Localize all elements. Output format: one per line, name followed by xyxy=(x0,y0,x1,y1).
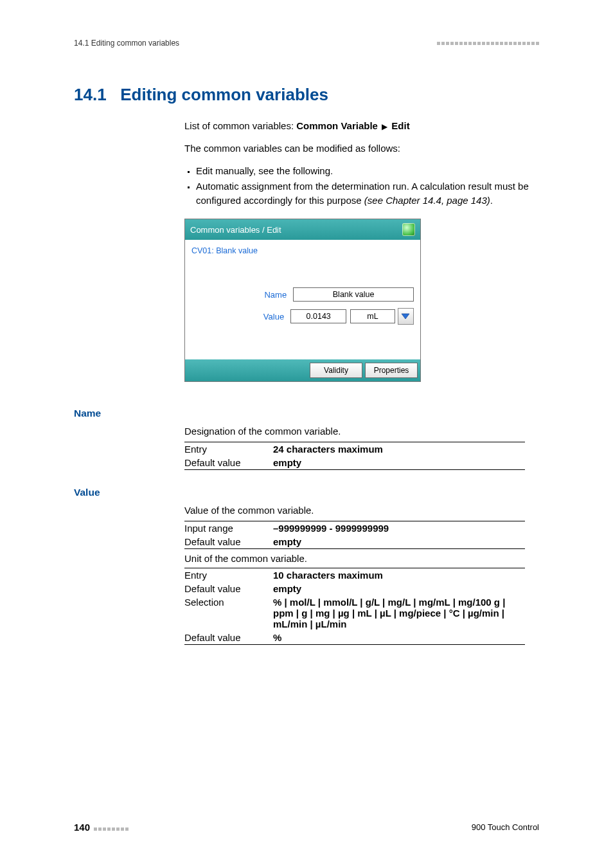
dialog-title: Common variables / Edit xyxy=(190,225,281,235)
unit-field[interactable]: mL xyxy=(350,309,395,323)
section-title: 14.1 Editing common variables xyxy=(74,85,539,105)
def-table-name: Entry24 characters maximum Default value… xyxy=(184,442,525,470)
def-mid: Unit of the common variable. xyxy=(184,549,525,568)
intro-line: The common variables can be modified as … xyxy=(184,141,539,155)
def-desc: Value of the common variable. xyxy=(184,505,539,516)
intro-bullets: Edit manually, see the following. Automa… xyxy=(184,164,539,207)
name-label: Name xyxy=(191,290,293,300)
name-field[interactable]: Blank value xyxy=(293,287,414,302)
page-number-block: 140 xyxy=(74,822,129,833)
value-label: Value xyxy=(191,312,290,321)
chevron-down-icon xyxy=(401,313,410,320)
value-field[interactable]: 0.0143 xyxy=(290,309,346,323)
edit-dialog-screenshot: Common variables / Edit CV01: Blank valu… xyxy=(184,219,421,382)
def-desc: Designation of the common variable. xyxy=(184,426,539,437)
list-item: Edit manually, see the following. xyxy=(196,164,539,178)
home-icon[interactable] xyxy=(402,223,415,236)
properties-button[interactable]: Properties xyxy=(365,363,418,378)
def-heading-value: Value xyxy=(74,487,539,498)
def-table-value2: Entry10 characters maximum Default value… xyxy=(184,568,525,645)
validity-button[interactable]: Validity xyxy=(310,363,362,378)
def-heading-name: Name xyxy=(74,408,539,419)
dialog-subtitle: CV01: Blank value xyxy=(191,246,414,255)
running-header: 14.1 Editing common variables xyxy=(74,39,179,48)
unit-dropdown-button[interactable] xyxy=(398,308,414,325)
header-ornament xyxy=(436,42,539,45)
breadcrumb: List of common variables: Common Variabl… xyxy=(184,119,539,132)
footer-product: 900 Touch Control xyxy=(472,822,539,832)
svg-marker-0 xyxy=(402,314,409,319)
def-table-value1: Input range–999999999 - 9999999999 Defau… xyxy=(184,521,525,549)
list-item: Automatic assignment from the determinat… xyxy=(196,179,539,208)
